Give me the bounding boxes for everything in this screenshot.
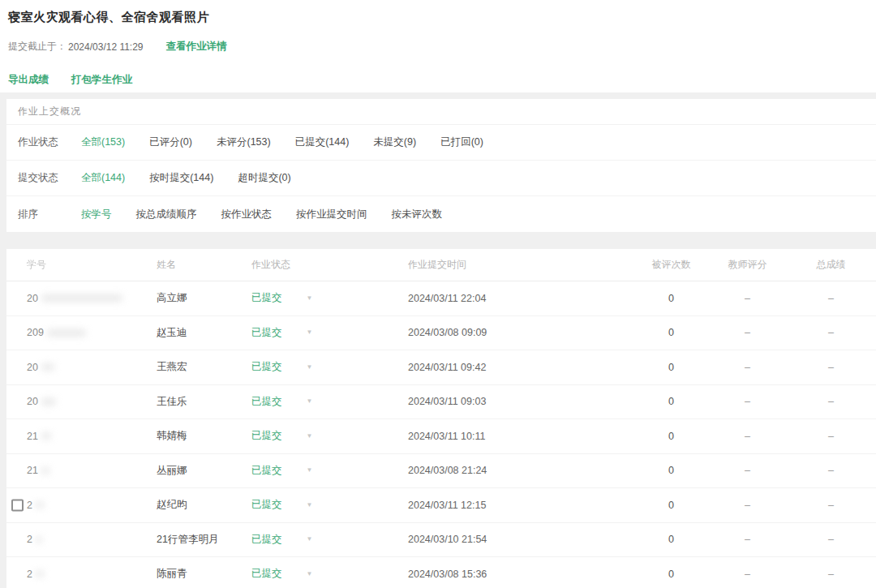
filter-option[interactable]: 按作业提交时间 bbox=[296, 208, 367, 221]
status-badge: 已提交 bbox=[251, 464, 282, 478]
filter-option[interactable]: 已打回(0) bbox=[440, 135, 483, 149]
filter-option[interactable]: 按未评次数 bbox=[392, 208, 443, 221]
submit-time-cell: 2024/03/10 21:54 bbox=[390, 534, 633, 545]
total-score-cell: – bbox=[786, 293, 876, 304]
teacher-score-cell: – bbox=[709, 327, 786, 338]
filter-option[interactable]: 未评分(153) bbox=[217, 135, 271, 149]
filter-option[interactable]: 超时提交(0) bbox=[238, 171, 290, 185]
table-row: 209 赵玉迪 已提交 ▼ 2024/03/08 09:09 0 – – bbox=[6, 316, 876, 351]
status-cell: 已提交 ▼ bbox=[236, 291, 390, 305]
filter-option[interactable]: 全部(153) bbox=[81, 135, 125, 149]
student-id-prefix: 2 bbox=[27, 569, 32, 580]
student-name-cell: 陈丽青 bbox=[135, 567, 236, 581]
student-id-redacted bbox=[36, 501, 44, 509]
student-id-prefix: 21 bbox=[27, 465, 38, 476]
teacher-score-cell: – bbox=[709, 431, 786, 442]
table-row: 20 王燕宏 已提交 ▼ 2024/03/11 09:42 0 – – bbox=[6, 350, 876, 385]
col-header-total-score: 总成绩 bbox=[786, 258, 876, 272]
total-score-cell: – bbox=[786, 534, 876, 545]
status-badge: 已提交 bbox=[251, 533, 282, 547]
student-name-cell: 高立娜 bbox=[135, 291, 236, 305]
row-checkbox[interactable] bbox=[11, 499, 24, 511]
submit-time-cell: 2024/03/11 09:03 bbox=[390, 396, 633, 407]
table-row: 2 赵纪昀 已提交 ▼ 2024/03/11 12:15 0 – – bbox=[6, 488, 876, 523]
filter-option[interactable]: 按作业状态 bbox=[221, 208, 273, 221]
filter-label: 提交状态 bbox=[18, 171, 81, 185]
student-id-redacted bbox=[41, 294, 122, 302]
status-cell: 已提交 ▼ bbox=[236, 533, 390, 547]
status-cell: 已提交 ▼ bbox=[236, 360, 390, 374]
review-count-cell: 0 bbox=[633, 327, 709, 338]
chevron-down-icon[interactable]: ▼ bbox=[307, 433, 313, 440]
filter-options: 按学号按总成绩顺序按作业状态按作业提交时间按未评次数 bbox=[81, 208, 442, 221]
student-id-cell: 20 bbox=[6, 293, 135, 304]
teacher-score-cell: – bbox=[709, 362, 786, 373]
student-id-cell: 209 bbox=[6, 327, 135, 338]
chevron-down-icon[interactable]: ▼ bbox=[307, 467, 313, 474]
status-badge: 已提交 bbox=[251, 567, 282, 581]
review-count-cell: 0 bbox=[633, 293, 709, 304]
teacher-score-cell: – bbox=[709, 465, 786, 476]
student-homework-table: 学号 姓名 作业状态 作业提交时间 被评次数 教师评分 总成绩 20 高立娜 已… bbox=[6, 249, 876, 588]
chevron-down-icon[interactable]: ▼ bbox=[307, 364, 313, 371]
filter-option[interactable]: 按时提交(144) bbox=[149, 171, 213, 185]
student-name-cell: 赵纪昀 bbox=[135, 498, 236, 512]
status-cell: 已提交 ▼ bbox=[236, 326, 390, 340]
filter-option[interactable]: 已评分(0) bbox=[149, 135, 192, 149]
chevron-down-icon[interactable]: ▼ bbox=[307, 502, 313, 509]
filter-option[interactable]: 未提交(9) bbox=[373, 135, 416, 149]
filter-option[interactable]: 全部(144) bbox=[81, 171, 125, 185]
student-id-cell: 21 bbox=[6, 431, 135, 442]
chevron-down-icon[interactable]: ▼ bbox=[307, 295, 313, 302]
table-body: 20 高立娜 已提交 ▼ 2024/03/11 22:04 0 – – 209 … bbox=[6, 281, 876, 588]
filter-options: 全部(153)已评分(0)未评分(153)已提交(144)未提交(9)已打回(0… bbox=[81, 135, 483, 149]
status-badge: 已提交 bbox=[251, 395, 282, 409]
student-name-cell: 赵玉迪 bbox=[135, 326, 236, 340]
teacher-score-cell: – bbox=[709, 293, 786, 304]
chevron-down-icon[interactable]: ▼ bbox=[307, 536, 313, 543]
table-row: 20 王佳乐 已提交 ▼ 2024/03/11 09:03 0 – – bbox=[6, 385, 876, 420]
total-score-cell: – bbox=[786, 569, 876, 580]
chevron-down-icon[interactable]: ▼ bbox=[307, 571, 313, 577]
student-id-redacted bbox=[41, 467, 49, 474]
total-score-cell: – bbox=[786, 500, 876, 511]
export-scores-button[interactable]: 导出成绩 bbox=[8, 73, 49, 87]
package-student-homework-button[interactable]: 打包学生作业 bbox=[71, 73, 132, 87]
review-count-cell: 0 bbox=[633, 500, 709, 511]
filter-option[interactable]: 按学号 bbox=[81, 208, 112, 221]
chevron-down-icon[interactable]: ▼ bbox=[307, 398, 313, 405]
overview-title: 作业上交概况 bbox=[18, 105, 81, 118]
col-header-submit-time: 作业提交时间 bbox=[390, 258, 633, 272]
filter-option[interactable]: 已提交(144) bbox=[295, 135, 350, 149]
student-id-prefix: 21 bbox=[27, 431, 38, 442]
deadline-value: 2024/03/12 11:29 bbox=[68, 41, 144, 53]
view-homework-detail-link[interactable]: 查看作业详情 bbox=[166, 40, 227, 54]
review-count-cell: 0 bbox=[633, 569, 709, 580]
student-id-cell: 20 bbox=[6, 396, 135, 407]
filter-options: 全部(144)按时提交(144)超时提交(0) bbox=[81, 171, 291, 185]
overview-title-row: 作业上交概况 bbox=[6, 99, 876, 125]
deadline-row: 提交截止于： 2024/03/12 11:29 查看作业详情 bbox=[8, 40, 868, 54]
student-name-cell: 丛丽娜 bbox=[135, 464, 236, 478]
chevron-down-icon[interactable]: ▼ bbox=[307, 329, 313, 336]
table-row: 20 高立娜 已提交 ▼ 2024/03/11 22:04 0 – – bbox=[6, 281, 876, 316]
filter-row: 作业状态 全部(153)已评分(0)未评分(153)已提交(144)未提交(9)… bbox=[6, 125, 876, 161]
filter-option[interactable]: 按总成绩顺序 bbox=[136, 208, 197, 221]
submit-time-cell: 2024/03/11 10:11 bbox=[390, 431, 633, 442]
status-badge: 已提交 bbox=[251, 291, 282, 305]
submit-time-cell: 2024/03/08 09:09 bbox=[390, 327, 633, 338]
col-header-teacher-score: 教师评分 bbox=[709, 258, 786, 272]
student-id-prefix: 209 bbox=[27, 327, 44, 338]
total-score-cell: – bbox=[786, 431, 876, 442]
student-name-cell: 王佳乐 bbox=[135, 395, 236, 409]
col-header-name: 姓名 bbox=[135, 258, 236, 272]
table-row: 2 21行管李明月 已提交 ▼ 2024/03/10 21:54 0 – – bbox=[6, 523, 876, 558]
status-cell: 已提交 ▼ bbox=[236, 395, 390, 409]
review-count-cell: 0 bbox=[633, 396, 709, 407]
student-id-cell: 2 bbox=[6, 534, 135, 545]
status-cell: 已提交 ▼ bbox=[236, 429, 390, 443]
student-id-prefix: 20 bbox=[27, 396, 38, 407]
actions-row: 导出成绩 打包学生作业 bbox=[8, 73, 868, 87]
submit-time-cell: 2024/03/11 12:15 bbox=[390, 500, 633, 511]
student-id-cell: 21 bbox=[6, 465, 135, 476]
